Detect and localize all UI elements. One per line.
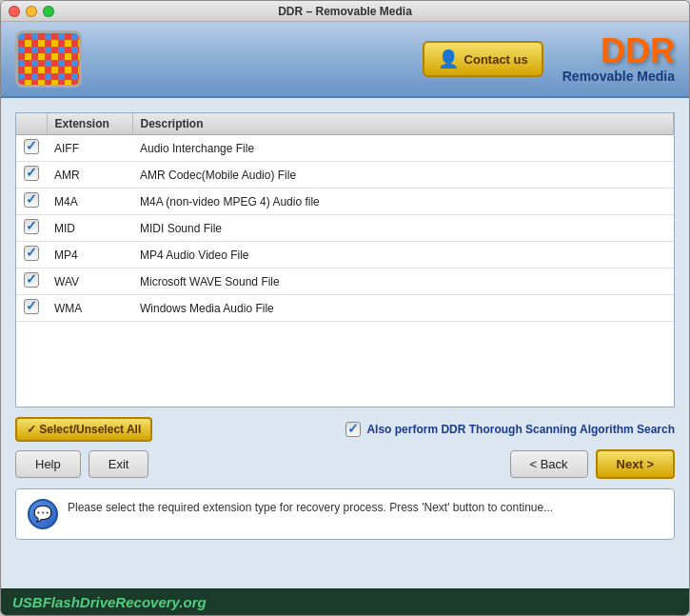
thorough-scan-label: Also perform DDR Thorough Scanning Algor… — [366, 423, 675, 436]
bottom-controls: ✓ Select/Unselect All Also perform DDR T… — [15, 417, 675, 442]
info-message: Please select the required extension typ… — [68, 499, 553, 516]
next-button[interactable]: Next > — [596, 449, 675, 479]
main-content: Extension Description AIFFAudio Intercha… — [1, 98, 689, 616]
help-button[interactable]: Help — [15, 450, 81, 478]
app-header: 👤 Contact us DDR Removable Media — [1, 22, 689, 98]
row-checkbox[interactable] — [24, 139, 39, 154]
info-box: 💬 Please select the required extension t… — [15, 488, 675, 540]
window-controls — [9, 6, 54, 17]
row-description: Audio Interchange File — [132, 135, 674, 162]
file-types-table: Extension Description AIFFAudio Intercha… — [16, 113, 674, 322]
row-description: Windows Media Audio File — [132, 295, 674, 322]
row-extension: AMR — [47, 162, 132, 189]
file-types-table-container: Extension Description AIFFAudio Intercha… — [15, 112, 675, 407]
close-button[interactable] — [9, 6, 20, 17]
table-row: MP4MP4 Audio Video File — [16, 242, 674, 268]
row-description: M4A (non-video MPEG 4) Audio file — [132, 189, 674, 215]
row-checkbox[interactable] — [24, 299, 39, 314]
table-row: MIDMIDI Sound File — [16, 215, 674, 242]
row-description: AMR Codec(Mobile Audio) File — [132, 162, 674, 189]
thorough-scan-option: Also perform DDR Thorough Scanning Algor… — [345, 422, 675, 437]
row-checkbox[interactable] — [24, 272, 39, 288]
contact-label: Contact us — [464, 52, 528, 67]
row-description: MP4 Audio Video File — [132, 242, 674, 268]
brand-sub: Removable Media — [562, 69, 675, 84]
table-row: AMRAMR Codec(Mobile Audio) File — [16, 162, 674, 189]
row-extension: WMA — [47, 295, 132, 322]
thorough-scan-checkbox[interactable] — [345, 422, 361, 437]
row-checkbox-cell — [16, 215, 47, 242]
col-extension: Extension — [47, 113, 132, 135]
col-description: Description — [132, 113, 674, 135]
row-extension: MP4 — [47, 242, 132, 268]
row-extension: MID — [47, 215, 132, 242]
table-header-row: Extension Description — [16, 113, 674, 135]
row-checkbox-cell — [16, 135, 47, 162]
row-checkbox[interactable] — [24, 246, 39, 261]
action-buttons: Help Exit < Back Next > — [15, 449, 675, 479]
row-checkbox[interactable] — [24, 219, 39, 234]
row-checkbox-cell — [16, 242, 47, 268]
table-row: AIFFAudio Interchange File — [16, 135, 674, 162]
info-icon: 💬 — [28, 499, 58, 529]
col-checkbox — [16, 113, 47, 135]
row-extension: M4A — [47, 189, 132, 215]
titlebar: DDR – Removable Media — [1, 1, 689, 22]
row-extension: WAV — [47, 268, 132, 295]
row-checkbox[interactable] — [24, 192, 39, 208]
contact-button[interactable]: 👤 Contact us — [423, 41, 543, 77]
footer: USBFlashDriveRecovery.org — [1, 588, 689, 615]
table-row: WAVMicrosoft WAVE Sound File — [16, 268, 674, 295]
app-logo — [15, 30, 82, 88]
back-button[interactable]: < Back — [510, 450, 588, 478]
window-title: DDR – Removable Media — [278, 5, 412, 18]
app-window: DDR – Removable Media 👤 Contact us DDR R… — [0, 0, 690, 616]
row-description: MIDI Sound File — [132, 215, 674, 242]
brand-ddr: DDR — [562, 34, 675, 69]
row-checkbox-cell — [16, 189, 47, 215]
select-all-button[interactable]: ✓ Select/Unselect All — [15, 417, 152, 442]
minimize-button[interactable] — [26, 6, 37, 17]
contact-icon: 👤 — [438, 49, 459, 70]
brand-area: DDR Removable Media — [562, 34, 675, 84]
footer-url[interactable]: USBFlashDriveRecovery.org — [12, 594, 207, 610]
exit-button[interactable]: Exit — [89, 450, 149, 478]
row-extension: AIFF — [47, 135, 132, 162]
row-checkbox-cell — [16, 268, 47, 295]
table-row: WMAWindows Media Audio File — [16, 295, 674, 322]
row-checkbox[interactable] — [24, 166, 39, 181]
row-checkbox-cell — [16, 295, 47, 322]
maximize-button[interactable] — [43, 6, 54, 17]
row-description: Microsoft WAVE Sound File — [132, 268, 674, 295]
table-row: M4AM4A (non-video MPEG 4) Audio file — [16, 189, 674, 215]
row-checkbox-cell — [16, 162, 47, 189]
